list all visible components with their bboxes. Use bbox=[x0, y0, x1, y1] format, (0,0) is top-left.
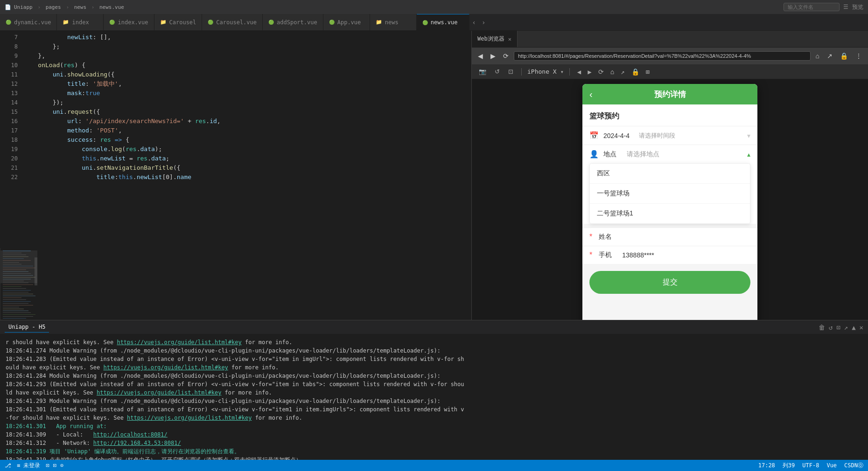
tab-carousel-folder[interactable]: 📁 Carousel bbox=[154, 14, 203, 30]
term-link-2[interactable]: https://vuejs.org/guide/list.html#key bbox=[97, 389, 221, 396]
status-line-col: 列39 bbox=[783, 462, 795, 470]
term-link-3[interactable]: https://vuejs.org/guide/list.html#key bbox=[127, 415, 252, 421]
status-csdn-label: CSDN⓪ bbox=[844, 462, 863, 470]
term-link-network[interactable]: http://192.168.43.53:8081/ bbox=[93, 440, 181, 446]
terminal-log-12: 18:26:41.312 - Network: http://192.168.4… bbox=[6, 439, 862, 447]
submit-button[interactable]: 提交 bbox=[589, 271, 750, 294]
term-link-0[interactable]: https://vuejs.org/guide/list.html#key bbox=[117, 339, 241, 346]
date-dropdown-arrow[interactable]: ▾ bbox=[747, 132, 750, 139]
status-bar-right: 17:28 列39 UTF-8 Vue CSDN⓪ bbox=[758, 462, 863, 470]
term-link-local[interactable]: http://localhost:8081/ bbox=[93, 431, 168, 438]
terminal-log-6: ld have explicit keys. See https://vuejs… bbox=[6, 388, 862, 397]
browser-tab-label: Web浏览器 bbox=[477, 35, 504, 43]
tab-label: addSport.vue bbox=[277, 19, 317, 26]
terminal-open-external-btn[interactable]: ↗ bbox=[844, 324, 848, 331]
code-content: 7 8 9 10 11 12 13 14 15 16 17 18 19 20 2… bbox=[0, 31, 471, 248]
name-required-mark: * bbox=[589, 233, 592, 241]
browser-tab-close-icon[interactable]: ✕ bbox=[508, 36, 511, 42]
nav-inspect-icon[interactable]: ⊞ bbox=[644, 67, 651, 76]
preview-label: 预览 bbox=[852, 3, 863, 11]
browser-forward-btn[interactable]: ▶ bbox=[488, 51, 498, 61]
nav-open-icon[interactable]: ↗ bbox=[619, 67, 626, 76]
breadcrumb: Uniapp › pages › news › news.vue bbox=[14, 4, 124, 10]
svg-rect-31 bbox=[3, 309, 24, 309]
terminal-close-btn[interactable]: ✕ bbox=[860, 324, 863, 331]
line-numbers: 7 8 9 10 11 12 13 14 15 16 17 18 19 20 2… bbox=[0, 33, 23, 246]
terminal-content[interactable]: r should have explicit keys. See https:/… bbox=[0, 334, 868, 460]
terminal-expand-btn[interactable]: ▲ bbox=[852, 324, 855, 331]
nav-forward-icon[interactable]: ▶ bbox=[586, 67, 593, 76]
svg-rect-29 bbox=[3, 305, 33, 305]
terminal-clear-btn[interactable]: 🗑 bbox=[819, 324, 825, 331]
minimap bbox=[0, 248, 37, 320]
tab-app-vue[interactable]: 🟢 App.vue bbox=[323, 14, 370, 30]
tab-index-folder[interactable]: 📁 index bbox=[57, 14, 104, 30]
dropdown-item-1[interactable]: 一号篮球场 bbox=[590, 184, 750, 204]
terminal-log-10: 18:26:41.301 App running at: bbox=[6, 422, 862, 430]
svg-rect-33 bbox=[3, 312, 31, 313]
location-placeholder[interactable]: 请选择地点 bbox=[627, 150, 742, 159]
term-link-1[interactable]: https://vuejs.org/guide/list.html#key bbox=[104, 364, 228, 371]
code-line-15: uni.request({ bbox=[23, 107, 468, 117]
tab-news-vue[interactable]: 🟢 news.vue ✕ bbox=[417, 14, 469, 30]
code-line-7: newList: [], bbox=[23, 33, 468, 42]
terminal-log-7: 18:26:41.293 Module Warning (from ./node… bbox=[6, 397, 862, 405]
code-line-21: uni.setNavigationBarTitle({ bbox=[23, 163, 468, 173]
name-input[interactable] bbox=[622, 233, 750, 241]
divider2 bbox=[569, 68, 570, 76]
status-error-icon: ⊡ bbox=[46, 462, 49, 469]
status-bar-left: ⎇ ≡ 未登录 ⊡ ⊡ ⊙ bbox=[5, 462, 63, 470]
code-line-22: title:this.newList[0].name bbox=[23, 173, 468, 182]
svg-rect-25 bbox=[3, 298, 21, 298]
terminal-stop-btn[interactable]: ⊡ bbox=[836, 324, 840, 331]
tab-file-icon: 🟢 bbox=[6, 20, 11, 25]
browser-home-btn[interactable]: ⌂ bbox=[813, 51, 822, 61]
browser-menu-btn[interactable]: ⋮ bbox=[853, 51, 864, 61]
code-line-9: }, bbox=[23, 51, 468, 61]
terminal-log-1: 18:26:41.274 Module Warning (from ./node… bbox=[6, 346, 862, 355]
tab-dynamic-vue[interactable]: 🟢 dynamic.vue bbox=[0, 14, 57, 30]
code-line-13: mask:true bbox=[23, 89, 468, 98]
terminal-tab-uniapp[interactable]: Uniapp - H5 bbox=[5, 322, 49, 332]
nav-home-icon[interactable]: ⌂ bbox=[609, 67, 616, 76]
browser-tab-web[interactable]: Web浏览器 ✕ bbox=[472, 31, 518, 47]
date-placeholder[interactable]: 请选择时间段 bbox=[639, 132, 742, 140]
device-rotate-btn[interactable]: ↺ bbox=[492, 67, 502, 76]
nav-refresh-icon[interactable]: ⟳ bbox=[596, 67, 606, 76]
svg-rect-30 bbox=[3, 307, 19, 307]
tab-file-icon: 🟢 bbox=[109, 20, 115, 25]
terminal-log-11: 18:26:41.309 - Local: http://localhost:8… bbox=[6, 430, 862, 439]
location-dropdown: 西区 一号篮球场 二号篮球场1 bbox=[589, 163, 750, 224]
terminal-restart-btn[interactable]: ↺ bbox=[829, 324, 833, 331]
tab-news-folder[interactable]: 📁 news bbox=[370, 14, 417, 30]
code-line-19: console.log(res.data); bbox=[23, 145, 468, 154]
browser-lock-btn[interactable]: 🔒 bbox=[838, 51, 850, 61]
browser-refresh-btn[interactable]: ⟳ bbox=[501, 51, 511, 61]
code-line-10: onLoad(res) { bbox=[23, 61, 468, 70]
browser-url-input[interactable] bbox=[514, 51, 811, 61]
phone-form-row: * 手机 bbox=[582, 246, 757, 264]
status-git-icon: ⎇ bbox=[5, 462, 11, 469]
browser-back-btn[interactable]: ◀ bbox=[476, 51, 485, 61]
code-lines[interactable]: newList: [], }; }, onLoad(res) { uni.sho… bbox=[23, 33, 471, 246]
tab-index-vue[interactable]: 🟢 index.vue bbox=[104, 14, 154, 30]
tab-file-icon: 🟢 bbox=[329, 20, 335, 25]
tab-scroll-right[interactable]: › bbox=[479, 14, 488, 30]
phone-back-button[interactable]: ‹ bbox=[589, 89, 593, 100]
tab-scroll-left[interactable]: ‹ bbox=[469, 14, 479, 30]
phone-input[interactable] bbox=[622, 251, 750, 259]
dropdown-item-xq[interactable]: 西区 bbox=[590, 164, 750, 184]
file-search-input[interactable] bbox=[784, 3, 840, 11]
device-screenshot-btn[interactable]: 📷 bbox=[476, 67, 489, 76]
nav-back-icon[interactable]: ◀ bbox=[575, 67, 583, 76]
nav-zoom-icon[interactable]: 🔒 bbox=[630, 67, 641, 76]
tab-addsport-vue[interactable]: 🟢 addSport.vue bbox=[263, 14, 323, 30]
tab-label: index.vue bbox=[118, 19, 148, 26]
calendar-icon: 📅 bbox=[589, 131, 599, 140]
device-dropdown-arrow[interactable]: ▾ bbox=[560, 69, 564, 75]
location-dropdown-arrow-up[interactable]: ▴ bbox=[747, 151, 750, 158]
browser-open-external-btn[interactable]: ↗ bbox=[825, 51, 835, 61]
device-size-btn[interactable]: ⊡ bbox=[506, 67, 516, 76]
dropdown-item-2[interactable]: 二号篮球场1 bbox=[590, 204, 750, 223]
tab-carousel-vue[interactable]: 🟢 Carousel.vue bbox=[202, 14, 263, 30]
